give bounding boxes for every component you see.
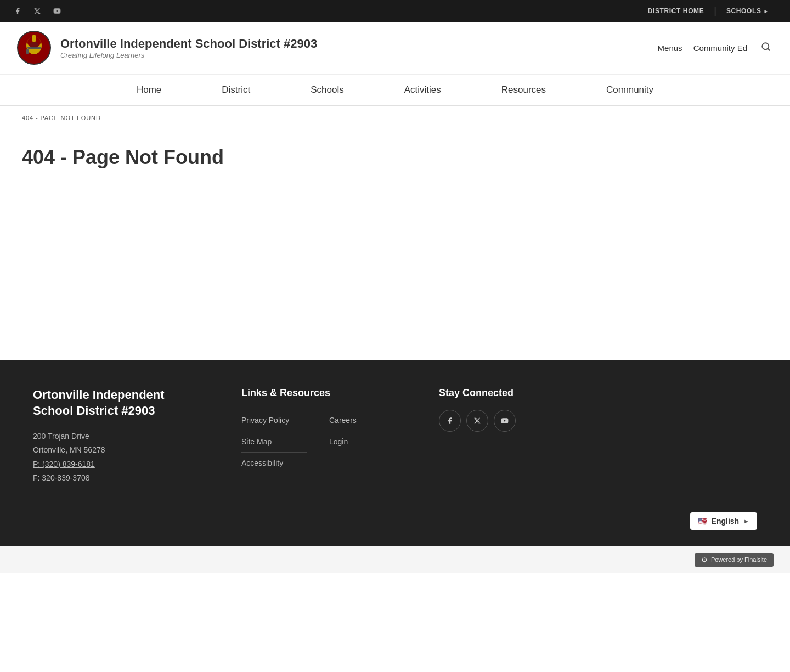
schools-label: SCHOOLS bbox=[726, 7, 761, 15]
nav-item-home: Home bbox=[106, 75, 191, 105]
main-content: 404 - Page Not Found bbox=[0, 129, 790, 360]
nav-item-community: Community bbox=[576, 75, 684, 105]
top-bar-social-links bbox=[11, 4, 64, 18]
list-item: Privacy Policy bbox=[241, 410, 307, 431]
site-logo[interactable]: Ortonville Independent School District #… bbox=[16, 30, 317, 66]
menus-link[interactable]: Menus bbox=[658, 43, 682, 53]
footer-social-icons bbox=[439, 410, 757, 432]
footer-social-title: Stay Connected bbox=[439, 387, 757, 399]
list-item: Accessibility bbox=[241, 453, 307, 473]
header-right-nav: Menus Community Ed bbox=[658, 39, 774, 57]
facebook-link[interactable] bbox=[11, 4, 24, 18]
community-ed-link[interactable]: Community Ed bbox=[693, 43, 747, 53]
nav-schools-link[interactable]: Schools bbox=[280, 75, 374, 105]
footer-twitter-link[interactable] bbox=[466, 410, 488, 432]
careers-link[interactable]: Careers bbox=[329, 416, 357, 425]
footer-bottom: 🇺🇸 English ► bbox=[33, 501, 757, 530]
nav-item-activities: Activities bbox=[374, 75, 471, 105]
logo-text: Ortonville Independent School District #… bbox=[60, 37, 317, 59]
nav-item-resources: Resources bbox=[471, 75, 576, 105]
top-bar-nav: DISTRICT HOME | SCHOOLS ► bbox=[638, 6, 779, 16]
top-bar: DISTRICT HOME | SCHOOLS ► bbox=[0, 0, 790, 22]
youtube-link[interactable] bbox=[50, 4, 64, 18]
language-arrow-icon: ► bbox=[743, 518, 749, 524]
site-tagline: Creating Lifelong Learners bbox=[60, 51, 317, 59]
site-footer: Ortonville Independent School District #… bbox=[0, 360, 790, 546]
footer-address-line1: 200 Trojan Drive bbox=[33, 430, 198, 443]
powered-by-text: Powered by Finalsite bbox=[711, 556, 767, 563]
search-button[interactable] bbox=[758, 39, 774, 57]
footer-links-col2: Careers Login bbox=[329, 410, 395, 473]
breadcrumb-text: 404 - PAGE NOT FOUND bbox=[22, 115, 101, 121]
privacy-policy-link[interactable]: Privacy Policy bbox=[241, 416, 289, 425]
footer-school-name: Ortonville Independent School District #… bbox=[33, 387, 198, 419]
powered-by-badge: ⚙ Powered by Finalsite bbox=[695, 553, 774, 567]
site-title: Ortonville Independent School District #… bbox=[60, 37, 317, 51]
svg-rect-6 bbox=[26, 49, 29, 54]
twitter-link[interactable] bbox=[31, 4, 44, 18]
nav-item-schools: Schools bbox=[280, 75, 374, 105]
powered-by-bar: ⚙ Powered by Finalsite bbox=[0, 546, 790, 573]
finalsite-icon: ⚙ bbox=[701, 556, 708, 564]
schools-arrow-icon: ► bbox=[764, 8, 770, 14]
footer-facebook-link[interactable] bbox=[439, 410, 461, 432]
district-home-link[interactable]: DISTRICT HOME bbox=[638, 7, 714, 15]
page-title: 404 - Page Not Found bbox=[22, 146, 768, 169]
logo-image bbox=[16, 30, 52, 66]
nav-home-link[interactable]: Home bbox=[106, 75, 191, 105]
svg-rect-4 bbox=[32, 35, 36, 42]
breadcrumb: 404 - PAGE NOT FOUND bbox=[0, 106, 790, 129]
main-nav-list: Home District Schools Activities Resourc… bbox=[106, 75, 684, 105]
footer-phone-link[interactable]: P: (320) 839-6181 bbox=[33, 460, 95, 468]
language-label: English bbox=[712, 517, 740, 526]
nav-community-link[interactable]: Community bbox=[576, 75, 684, 105]
list-item: Site Map bbox=[241, 431, 307, 453]
footer-phone: P: (320) 839-6181 bbox=[33, 458, 198, 471]
footer-links-col: Links & Resources Privacy Policy Site Ma… bbox=[241, 387, 395, 485]
footer-links-col1: Privacy Policy Site Map Accessibility bbox=[241, 410, 307, 473]
footer-fax: F: 320-839-3708 bbox=[33, 471, 198, 485]
footer-inner: Ortonville Independent School District #… bbox=[33, 387, 757, 485]
footer-social-col: Stay Connected bbox=[439, 387, 757, 485]
list-item: Careers bbox=[329, 410, 395, 431]
list-item: Login bbox=[329, 431, 395, 452]
main-navigation: Home District Schools Activities Resourc… bbox=[0, 75, 790, 106]
login-link[interactable]: Login bbox=[329, 437, 348, 446]
nav-item-district: District bbox=[191, 75, 280, 105]
svg-line-9 bbox=[768, 48, 769, 50]
schools-link[interactable]: SCHOOLS ► bbox=[716, 7, 779, 15]
site-map-link[interactable]: Site Map bbox=[241, 437, 272, 446]
footer-school-info: Ortonville Independent School District #… bbox=[33, 387, 198, 485]
footer-links-grid: Privacy Policy Site Map Accessibility Ca… bbox=[241, 410, 395, 473]
accessibility-link[interactable]: Accessibility bbox=[241, 459, 283, 467]
nav-resources-link[interactable]: Resources bbox=[471, 75, 576, 105]
footer-youtube-link[interactable] bbox=[494, 410, 516, 432]
footer-links-title: Links & Resources bbox=[241, 387, 395, 399]
footer-address: 200 Trojan Drive Ortonville, MN 56278 P:… bbox=[33, 430, 198, 485]
language-selector[interactable]: 🇺🇸 English ► bbox=[690, 512, 757, 530]
flag-icon: 🇺🇸 bbox=[698, 517, 707, 526]
footer-address-line2: Ortonville, MN 56278 bbox=[33, 443, 198, 457]
site-header: Ortonville Independent School District #… bbox=[0, 22, 790, 75]
nav-district-link[interactable]: District bbox=[191, 75, 280, 105]
nav-activities-link[interactable]: Activities bbox=[374, 75, 471, 105]
svg-point-7 bbox=[30, 42, 38, 48]
